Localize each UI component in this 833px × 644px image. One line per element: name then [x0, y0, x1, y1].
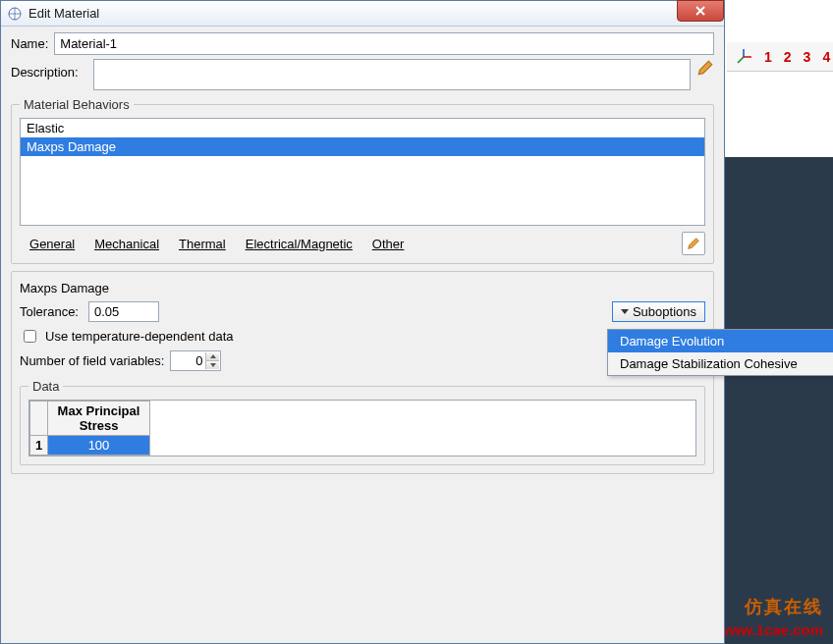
- edit-material-dialog: Edit Material Name: Description: Materia…: [0, 0, 725, 644]
- temp-dependent-label: Use temperature-dependent data: [45, 329, 234, 344]
- popup-item-damage-evolution[interactable]: Damage Evolution: [608, 330, 833, 352]
- popup-item-damage-stabilization[interactable]: Damage Stabilization Cohesive: [608, 352, 833, 375]
- toolbar-num[interactable]: 3: [804, 49, 811, 65]
- background-toolbar: 1 2 3 4: [727, 42, 833, 72]
- table-row: 1 100: [30, 436, 150, 456]
- window-title: Edit Material: [28, 6, 99, 21]
- data-table[interactable]: Max Principal Stress 1 100: [29, 401, 150, 456]
- toolbar-num[interactable]: 4: [822, 49, 830, 65]
- toolbar-num[interactable]: 1: [764, 49, 772, 65]
- field-variables-spinner[interactable]: 0: [170, 350, 221, 371]
- description-label: Description:: [11, 59, 87, 80]
- material-behaviors-fieldset: Material Behaviors Elastic Maxps Damage …: [11, 97, 714, 264]
- material-behaviors-legend: Material Behaviors: [20, 97, 134, 112]
- menu-general[interactable]: General: [20, 235, 84, 253]
- data-legend: Data: [28, 379, 63, 394]
- temp-dependent-checkbox[interactable]: [24, 330, 36, 343]
- behavior-item-elastic[interactable]: Elastic: [21, 119, 704, 137]
- dropdown-icon: [621, 309, 629, 314]
- name-label: Name:: [11, 36, 48, 51]
- behavior-item-maxps-damage[interactable]: Maxps Damage: [21, 137, 704, 156]
- menu-electrical[interactable]: Electrical/Magnetic: [236, 235, 362, 253]
- pencil-icon[interactable]: [696, 59, 714, 77]
- axes-icon: [735, 48, 752, 66]
- column-header[interactable]: Max Principal Stress: [48, 402, 150, 436]
- edit-behavior-button[interactable]: [682, 232, 705, 255]
- svg-line-2: [738, 57, 744, 63]
- suboptions-popup: Damage Evolution Damage Stabilization Co…: [607, 329, 833, 376]
- spinner-up[interactable]: [205, 352, 219, 361]
- menu-other[interactable]: Other: [362, 235, 415, 253]
- watermark-right-2: www.1cae.com: [718, 621, 823, 638]
- tolerance-label: Tolerance:: [20, 304, 83, 319]
- name-input[interactable]: [54, 32, 714, 55]
- description-input[interactable]: [93, 59, 691, 90]
- suboptions-label: Suboptions: [633, 304, 696, 319]
- maxps-title: Maxps Damage: [20, 281, 705, 295]
- close-button[interactable]: [677, 0, 724, 22]
- app-icon: [7, 6, 23, 22]
- field-variables-value: 0: [195, 353, 202, 368]
- titlebar[interactable]: Edit Material: [1, 1, 724, 27]
- field-variables-label: Number of field variables:: [20, 353, 164, 368]
- menu-mechanical[interactable]: Mechanical: [84, 235, 169, 253]
- data-fieldset: Data Max Principal Stress 1 100: [20, 379, 705, 465]
- menu-thermal[interactable]: Thermal: [169, 235, 236, 253]
- row-header[interactable]: 1: [30, 436, 48, 456]
- watermark-right-1: 仿真在线: [745, 595, 823, 618]
- cell-value[interactable]: 100: [48, 436, 150, 456]
- suboptions-button[interactable]: Suboptions: [612, 301, 705, 322]
- toolbar-num[interactable]: 2: [784, 49, 792, 65]
- spinner-down[interactable]: [205, 361, 219, 369]
- behavior-list[interactable]: Elastic Maxps Damage: [20, 118, 705, 226]
- tolerance-input[interactable]: [88, 301, 159, 322]
